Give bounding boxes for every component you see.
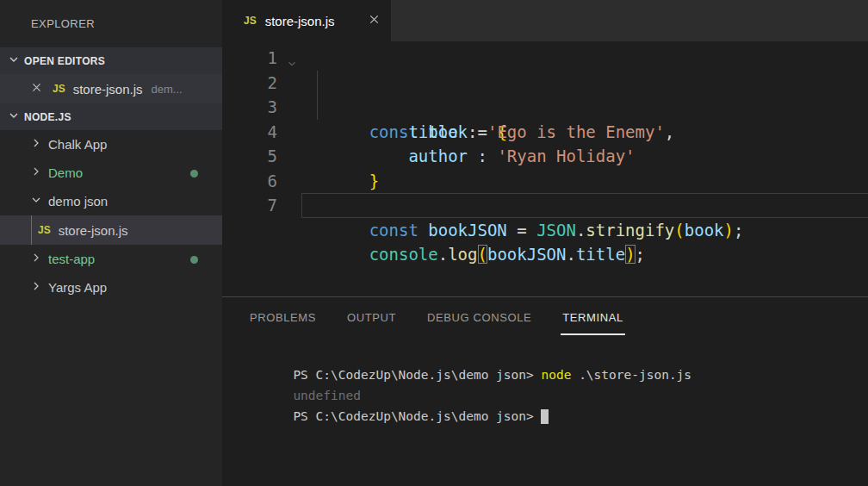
line-number: 3 [222,95,277,120]
tree-item-demo-json[interactable]: demo json [0,187,222,215]
terminal[interactable]: PS C:\CodezUp\Node.js\demo json> node .\… [222,337,868,406]
tree-item-chalk-app[interactable]: Chalk App [0,130,222,159]
tree-item-label: Yargs App [48,280,107,295]
explorer-sidebar: EXPLORER OPEN EDITORS JS store-json.js d… [0,0,222,486]
close-icon[interactable] [31,81,42,97]
tree-item-demo[interactable]: Demo [0,159,222,187]
editor-area: JS store-json.js 1 const book = { 2 titl… [222,0,868,296]
tab-terminal[interactable]: TERMINAL [561,300,625,335]
open-editor-folder-hint: dem... [152,83,183,96]
panel-tab-bar: PROBLEMS OUTPUT DEBUG CONSOLE TERMINAL [222,297,868,337]
code-token: ( [478,245,487,264]
tree-item-label: test-app [48,252,95,266]
chevron-right-icon [29,251,43,267]
tree-item-label: Demo [48,165,83,180]
code-line[interactable]: 6 const bookJSON = JSON.stringify(book); [222,169,868,194]
code-token: . [566,245,575,264]
terminal-prompt: PS C:\CodezUp\Node.js\demo json> [293,409,541,423]
code-token: title [576,245,625,264]
code-line[interactable]: 3 author : 'Ryan Holiday' [222,95,868,120]
code-token: ) [724,221,734,240]
chevron-down-icon [29,193,43,209]
tab-output[interactable]: OUTPUT [345,300,398,335]
chevron-right-icon [29,279,43,296]
section-open-editors[interactable]: OPEN EDITORS [0,47,222,74]
sidebar-title: EXPLORER [0,0,222,47]
code-editor[interactable]: 1 const book = { 2 title : 'Ego is the E… [222,41,868,218]
js-file-icon: JS [38,224,51,236]
code-token: stringify [586,221,674,240]
code-token: book [685,221,724,240]
section-nodejs-label: NODE.JS [24,111,71,123]
code-token: const [369,221,429,240]
code-token: ; [636,245,645,264]
line-number: 2 [222,71,277,96]
terminal-prompt: PS C:\CodezUp\Node.js\demo json> [293,368,541,382]
tab-store-json[interactable]: JS store-json.js [222,0,391,41]
chevron-down-icon [7,53,21,69]
code-token: console [369,245,438,264]
tab-problems[interactable]: PROBLEMS [248,300,318,335]
code-token: . [438,245,448,264]
line-number: 5 [222,144,277,169]
line-number: 7 [222,193,277,218]
line-number: 6 [222,169,277,194]
code-token: ( [674,221,684,240]
code-line[interactable]: 4 } [222,120,868,145]
code-token: bookJSON [487,245,567,264]
code-line[interactable]: 1 const book = { [222,46,868,71]
chevron-right-icon [29,165,43,181]
terminal-line: PS C:\CodezUp\Node.js\demo json> node .\… [248,344,868,364]
chevron-right-icon [29,136,43,153]
code-token: = [517,221,536,240]
code-token: JSON [536,221,576,240]
section-open-editors-label: OPEN EDITORS [24,55,105,67]
tree-item-label: demo json [48,194,108,209]
close-icon[interactable] [368,13,381,29]
tab-debug-console[interactable]: DEBUG CONSOLE [425,300,533,335]
open-editor-filename: store-json.js [73,82,143,97]
tree-item-yargs-app[interactable]: Yargs App [0,273,222,302]
line-number: 4 [222,120,277,145]
code-token: . [576,221,586,240]
terminal-argument: .\store-json.js [571,368,691,382]
tree-item-label: Chalk App [48,137,107,152]
code-line[interactable]: 5 [222,144,868,169]
terminal-command: node [541,368,571,382]
tree-item-label: store-json.js [59,223,128,238]
chevron-down-icon [7,109,21,125]
code-token: ) [625,245,635,264]
editor-tab-bar: JS store-json.js [222,0,868,41]
code-token: bookJSON [428,221,517,240]
code-token: log [448,245,477,264]
tree-item-store-json-selected[interactable]: JS store-json.js [0,215,222,245]
tab-title: store-json.js [265,14,335,28]
terminal-output: undefined [293,389,361,402]
open-editor-item[interactable]: JS store-json.js dem... [0,74,222,103]
js-file-icon: JS [244,15,257,27]
code-token: ; [734,221,743,240]
section-nodejs[interactable]: NODE.JS [0,103,222,130]
terminal-cursor [541,409,549,424]
code-line-current[interactable]: 7 console.log(bookJSON.title); [222,193,868,218]
line-number: 1 [222,46,277,71]
tree-item-test-app[interactable]: test-app [0,245,222,273]
git-modified-dot-icon [190,256,198,264]
file-tree: Chalk App Demo demo json JS store-json.j… [0,130,222,302]
code-line[interactable]: 2 title : 'Ego is the Enemy', [222,71,868,96]
bottom-panel: PROBLEMS OUTPUT DEBUG CONSOLE TERMINAL P… [222,296,868,486]
js-file-icon: JS [53,83,65,95]
sidebar-sections: OPEN EDITORS JS store-json.js dem... NOD… [0,47,222,130]
git-modified-dot-icon [190,170,198,178]
